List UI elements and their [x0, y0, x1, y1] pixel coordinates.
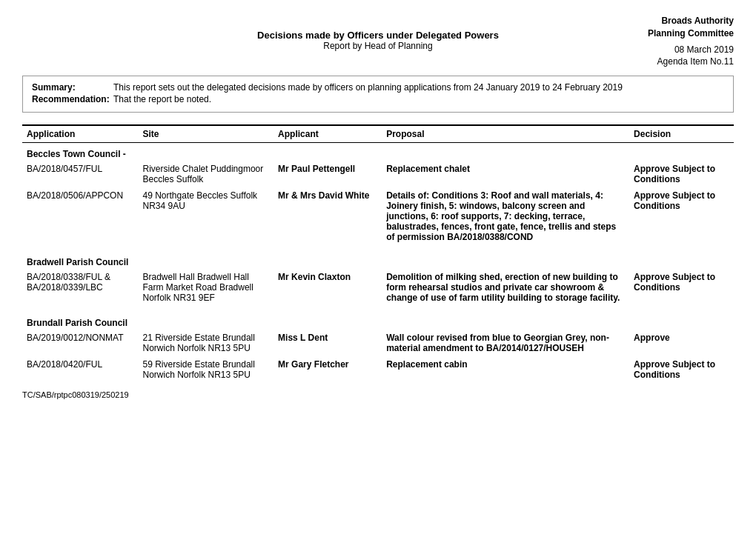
site-address: 49 Northgate Beccles Suffolk NR34 9AU	[139, 187, 274, 245]
table-row: BA/2018/0457/FULRiverside Chalet Pudding…	[22, 161, 734, 187]
summary-text-2: That the report be noted.	[113, 94, 724, 104]
header-center: Decisions made by Officers under Delegat…	[170, 15, 586, 51]
summary-label-1: Summary:	[32, 82, 113, 93]
proposal-description: Replacement cabin	[382, 356, 629, 383]
table-row: BA/2019/0012/NONMAT21 Riverside Estate B…	[22, 330, 734, 356]
table-row: BA/2018/0420/FUL59 Riverside Estate Brun…	[22, 356, 734, 383]
applicant-name: Mr Kevin Claxton	[273, 269, 382, 306]
decision-value: Approve Subject to Conditions	[629, 269, 734, 306]
col-header-proposal: Proposal	[382, 125, 629, 143]
application-id: BA/2018/0420/FUL	[22, 356, 139, 383]
col-header-site: Site	[139, 125, 274, 143]
applicant-name: Mr Gary Fletcher	[273, 356, 382, 383]
proposal-description: Replacement chalet	[382, 161, 629, 187]
header-right: Broads Authority Planning Committee 08 M…	[586, 15, 734, 67]
proposal-description: Demolition of milking shed, erection of …	[382, 269, 629, 306]
summary-row-2: Recommendation: That the report be noted…	[32, 94, 724, 104]
summary-row-1: Summary: This report sets out the delega…	[32, 82, 724, 93]
council-header-row: Bradwell Parish Council	[22, 251, 734, 269]
summary-box: Summary: This report sets out the delega…	[22, 76, 734, 113]
site-address: Riverside Chalet Puddingmoor Beccles Suf…	[139, 161, 274, 187]
application-id: BA/2018/0338/FUL & BA/2018/0339/LBC	[22, 269, 139, 306]
summary-text-1: This report sets out the delegated decis…	[113, 82, 724, 93]
proposal-description: Wall colour revised from blue to Georgia…	[382, 330, 629, 356]
applicant-name: Miss L Dent	[273, 330, 382, 356]
spacer-row	[22, 245, 734, 251]
applicant-name: Mr Paul Pettengell	[273, 161, 382, 187]
footer-text: TC/SAB/rptpc080319/250219	[22, 390, 734, 399]
council-name: Bradwell Parish Council	[22, 251, 734, 269]
agenda-text: Agenda Item No.11	[586, 56, 734, 67]
decision-value: Approve Subject to Conditions	[629, 161, 734, 187]
col-header-applicant: Applicant	[273, 125, 382, 143]
table-row: BA/2018/0506/APPCON49 Northgate Beccles …	[22, 187, 734, 245]
date-text: 08 March 2019	[586, 44, 734, 55]
org-title: Broads Authority Planning Committee	[586, 15, 734, 40]
table-row: BA/2018/0338/FUL & BA/2018/0339/LBCBradw…	[22, 269, 734, 306]
main-title: Decisions made by Officers under Delegat…	[170, 30, 586, 41]
decisions-table: Application Site Applicant Proposal Deci…	[22, 124, 734, 383]
spacer-row	[22, 306, 734, 312]
application-id: BA/2018/0457/FUL	[22, 161, 139, 187]
application-id: BA/2018/0506/APPCON	[22, 187, 139, 245]
proposal-description: Details of: Conditions 3: Roof and wall …	[382, 187, 629, 245]
sub-title: Report by Head of Planning	[170, 41, 586, 51]
council-name: Brundall Parish Council	[22, 312, 734, 330]
application-id: BA/2019/0012/NONMAT	[22, 330, 139, 356]
council-header-row: Brundall Parish Council	[22, 312, 734, 330]
col-header-decision: Decision	[629, 125, 734, 143]
site-address: 59 Riverside Estate Brundall Norwich Nor…	[139, 356, 274, 383]
site-address: 21 Riverside Estate Brundall Norwich Nor…	[139, 330, 274, 356]
decision-value: Approve Subject to Conditions	[629, 187, 734, 245]
summary-label-2: Recommendation:	[32, 94, 113, 104]
col-header-application: Application	[22, 125, 139, 143]
page-header: Decisions made by Officers under Delegat…	[22, 15, 734, 67]
decision-value: Approve Subject to Conditions	[629, 356, 734, 383]
applicant-name: Mr & Mrs David White	[273, 187, 382, 245]
council-name: Beccles Town Council -	[22, 142, 734, 161]
site-address: Bradwell Hall Bradwell Hall Farm Market …	[139, 269, 274, 306]
decision-value: Approve	[629, 330, 734, 356]
council-header-row: Beccles Town Council -	[22, 142, 734, 161]
